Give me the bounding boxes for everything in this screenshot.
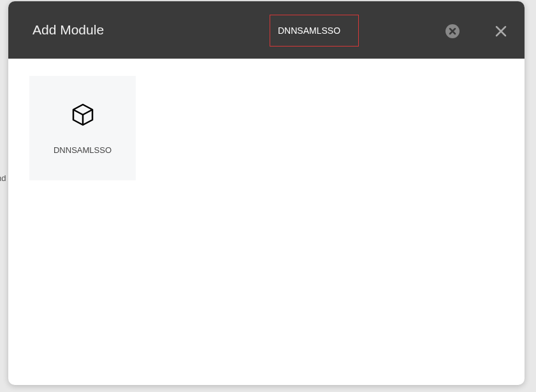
clear-search-button[interactable] [445,24,460,38]
module-search-input[interactable] [270,15,359,47]
close-modal-button[interactable] [494,24,508,38]
add-module-modal: Add Module DNNSAMLSSO [8,1,525,385]
module-card-dnnsamlsso[interactable]: DNNSAMLSSO [29,76,136,180]
background-partial-text: nd [0,173,6,183]
clear-icon [449,27,456,35]
cube-icon [70,102,96,130]
modal-title: Add Module [33,22,104,38]
modal-body: DNNSAMLSSO [8,59,525,198]
module-label: DNNSAMLSSO [54,145,112,155]
modal-header: Add Module [8,1,525,59]
close-icon [495,25,507,37]
